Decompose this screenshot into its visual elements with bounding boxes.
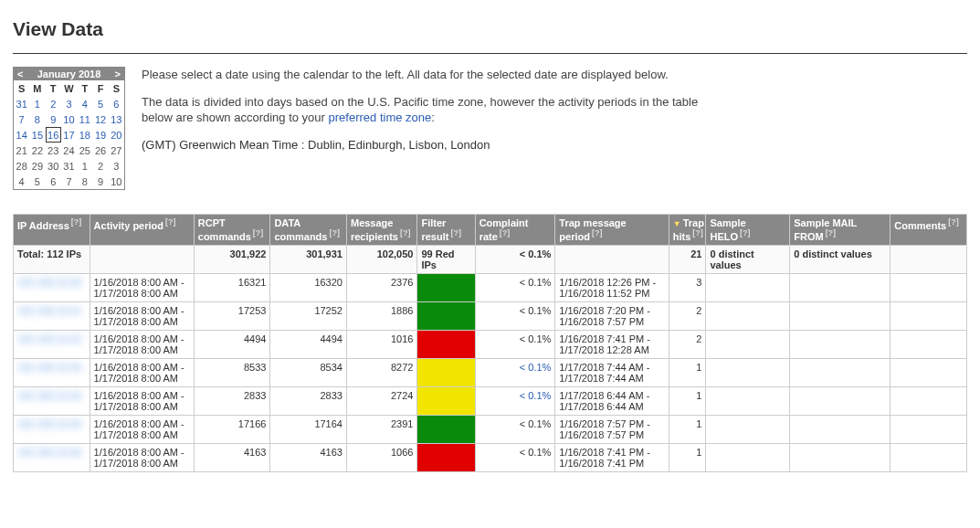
filter-cell [417, 301, 475, 330]
data-cell: 4163 [270, 443, 347, 471]
trap-hits-cell: 1 [669, 386, 706, 415]
calendar-day[interactable]: 6 [109, 96, 124, 111]
calendar-next-button[interactable]: > [113, 69, 122, 79]
complaint-link[interactable]: < 0.1% [520, 390, 552, 401]
calendar-day[interactable]: 11 [77, 111, 92, 127]
help-icon[interactable]: [?] [71, 217, 82, 227]
calendar-dow-cell: S [14, 80, 29, 96]
ip-cell[interactable]: 192.168.10.44 [14, 386, 90, 415]
col-complaint[interactable]: Complaint rate[?] [475, 215, 555, 246]
calendar-day: 4 [14, 174, 29, 189]
calendar-day[interactable]: 2 [46, 96, 61, 111]
ip-cell[interactable]: 192.168.10.40 [14, 273, 90, 301]
calendar-day[interactable]: 15 [29, 127, 45, 143]
help-icon[interactable]: [?] [450, 228, 461, 238]
calendar-day: 22 [29, 143, 45, 158]
table-header-row: IP Address[?] Activity period[?] RCPT co… [14, 215, 967, 246]
calendar-day: 6 [46, 174, 61, 189]
col-trap-period[interactable]: Trap message period[?] [555, 215, 669, 246]
calendar-day[interactable]: 3 [61, 96, 77, 111]
calendar-day[interactable]: 31 [14, 96, 29, 111]
calendar-day[interactable]: 12 [92, 111, 108, 127]
intro-p1: Please select a date using the calendar … [142, 67, 726, 83]
calendar-day[interactable]: 9 [46, 111, 61, 127]
calendar-day[interactable]: 19 [92, 127, 108, 143]
comments-cell [890, 273, 967, 301]
help-icon[interactable]: [?] [826, 228, 837, 238]
calendar-day[interactable]: 17 [61, 127, 77, 143]
calendar-week-row: 31123456 [14, 96, 124, 111]
ip-cell[interactable]: 192.168.10.42 [14, 330, 90, 358]
calendar-prev-button[interactable]: < [16, 69, 25, 79]
ip-cell[interactable]: 192.168.10.46 [14, 443, 90, 471]
col-trap-hits[interactable]: ▼Trap hits[?] [669, 215, 706, 246]
page-title: View Data [13, 18, 967, 40]
activity-cell: 1/16/2018 8:00 AM - 1/17/2018 8:00 AM [90, 273, 194, 301]
helo-cell [706, 358, 790, 386]
msg-cell: 2376 [346, 273, 416, 301]
calendar-day[interactable]: 8 [29, 111, 45, 127]
mailfrom-cell [790, 443, 890, 471]
help-icon[interactable]: [?] [592, 228, 603, 238]
calendar-day[interactable]: 16 [46, 127, 61, 143]
col-data[interactable]: DATA commands[?] [270, 215, 347, 246]
ip-cell[interactable]: 192.168.10.43 [14, 358, 90, 386]
calendar-week-row: 14151617181920 [14, 127, 124, 143]
trap-hits-cell: 2 [669, 330, 706, 358]
rcpt-cell: 17253 [194, 301, 270, 330]
ip-cell[interactable]: 192.168.10.41 [14, 301, 90, 330]
help-icon[interactable]: [?] [165, 217, 176, 227]
help-icon[interactable]: [?] [329, 228, 340, 238]
col-filter[interactable]: Filter result[?] [417, 215, 475, 246]
table-row: 192.168.10.441/16/2018 8:00 AM - 1/17/20… [14, 386, 967, 415]
help-icon[interactable]: [?] [400, 228, 411, 238]
calendar-day[interactable]: 14 [14, 127, 29, 143]
total-rcpt: 301,922 [194, 245, 270, 273]
help-icon[interactable]: [?] [740, 228, 751, 238]
trap-period-cell: 1/16/2018 7:41 PM - 1/17/2018 12:28 AM [555, 330, 669, 358]
calendar-day[interactable]: 18 [77, 127, 92, 143]
table-row: 192.168.10.411/16/2018 8:00 AM - 1/17/20… [14, 301, 967, 330]
calendar-day[interactable]: 10 [61, 111, 77, 127]
msg-cell: 1886 [346, 301, 416, 330]
rcpt-cell: 8533 [194, 358, 270, 386]
col-ip[interactable]: IP Address[?] [14, 215, 90, 246]
ip-cell[interactable]: 192.168.10.45 [14, 415, 90, 443]
filter-cell [417, 358, 475, 386]
col-mailfrom[interactable]: Sample MAIL FROM[?] [790, 215, 890, 246]
preferred-timezone-link[interactable]: preferred time zone [329, 111, 432, 124]
calendar-day[interactable]: 20 [109, 127, 124, 143]
col-msg[interactable]: Message recipients[?] [346, 215, 416, 246]
complaint-link[interactable]: < 0.1% [520, 362, 552, 373]
help-icon[interactable]: [?] [500, 228, 511, 238]
calendar-day[interactable]: 4 [77, 96, 92, 111]
help-icon[interactable]: [?] [692, 228, 703, 238]
trap-period-cell: 1/16/2018 7:20 PM - 1/16/2018 7:57 PM [555, 301, 669, 330]
trap-hits-cell: 3 [669, 273, 706, 301]
calendar-day[interactable]: 7 [14, 111, 29, 127]
calendar-day: 1 [77, 158, 92, 174]
activity-cell: 1/16/2018 8:00 AM - 1/17/2018 8:00 AM [90, 301, 194, 330]
help-icon[interactable]: [?] [948, 217, 959, 227]
data-cell: 16320 [270, 273, 347, 301]
activity-cell: 1/16/2018 8:00 AM - 1/17/2018 8:00 AM [90, 358, 194, 386]
calendar-day[interactable]: 5 [92, 96, 108, 111]
col-activity[interactable]: Activity period[?] [90, 215, 194, 246]
filter-cell [417, 273, 475, 301]
comments-cell [890, 415, 967, 443]
col-comments[interactable]: Comments[?] [890, 215, 967, 246]
total-filter: 99 Red IPs [417, 245, 475, 273]
calendar-day: 7 [61, 174, 77, 189]
calendar-day[interactable]: 13 [109, 111, 124, 127]
helo-cell [706, 415, 790, 443]
calendar-day: 28 [14, 158, 29, 174]
calendar-day[interactable]: 1 [29, 96, 45, 111]
col-helo[interactable]: Sample HELO[?] [706, 215, 790, 246]
mailfrom-cell [790, 301, 890, 330]
help-icon[interactable]: [?] [253, 228, 264, 238]
filter-cell [417, 330, 475, 358]
table-row: 192.168.10.431/16/2018 8:00 AM - 1/17/20… [14, 358, 967, 386]
comments-cell [890, 301, 967, 330]
col-rcpt[interactable]: RCPT commands[?] [194, 215, 270, 246]
mailfrom-cell [790, 386, 890, 415]
